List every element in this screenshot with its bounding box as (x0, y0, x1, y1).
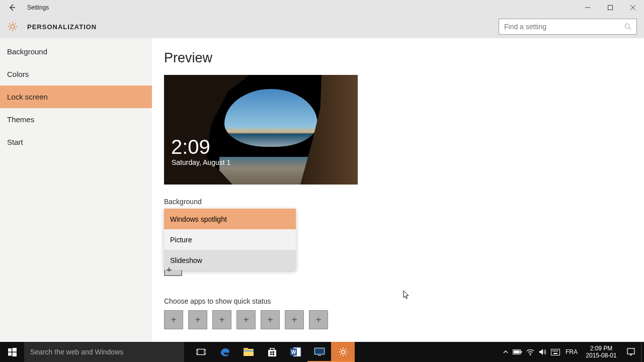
tray-language[interactable]: FRA (565, 348, 579, 355)
page-heading: Preview (164, 50, 632, 66)
taskbar-app-edge[interactable] (213, 342, 236, 362)
taskbar-app-settings[interactable] (331, 342, 355, 362)
taskbar-clock[interactable]: 2:09 PM 2015-08-01 (582, 342, 621, 362)
settings-body: Background Colors Lock screen Themes Sta… (0, 38, 644, 342)
keyboard-icon (551, 349, 560, 355)
quick-status-slot[interactable]: + (261, 310, 280, 329)
quick-status-slot[interactable]: + (188, 310, 207, 329)
close-button[interactable] (621, 0, 644, 15)
taskbar-search-placeholder: Search the web and Windows (30, 348, 123, 356)
quick-status-slot[interactable]: + (285, 310, 304, 329)
chevron-up-icon (503, 349, 508, 354)
quick-status-slot[interactable]: + (212, 310, 231, 329)
taskbar: Search the web and Windows W FRA 2:09 PM… (0, 342, 644, 362)
svg-rect-5 (8, 352, 12, 356)
search-box[interactable] (499, 19, 637, 35)
action-center-button[interactable] (621, 342, 641, 362)
search-icon (624, 23, 631, 30)
category-title: PERSONALIZATION (27, 23, 97, 31)
preview-sky (224, 89, 317, 147)
background-label: Background (164, 198, 632, 206)
quick-status-slot[interactable]: + (164, 310, 183, 329)
word-icon: W (290, 347, 301, 357)
svg-rect-17 (272, 353, 274, 355)
monitor-icon (314, 347, 325, 356)
title-bar: Settings (0, 0, 644, 15)
gear-icon (7, 21, 18, 32)
quick-status-slot[interactable]: + (309, 310, 328, 329)
svg-rect-24 (318, 355, 321, 356)
svg-rect-7 (197, 349, 205, 354)
sidebar-item-lock-screen[interactable]: Lock screen (0, 85, 152, 108)
show-desktop-button[interactable] (641, 342, 644, 362)
quick-status-tiles: + + + + + + + (164, 310, 632, 329)
sidebar-item-label: Background (7, 47, 47, 56)
taskbar-app-explorer[interactable] (236, 342, 260, 362)
search-input[interactable] (504, 23, 624, 31)
arrow-left-icon (8, 4, 16, 12)
quick-status-label: Choose apps to show quick status (164, 297, 632, 305)
window-controls (576, 0, 644, 15)
background-option-picture[interactable]: Picture (164, 229, 296, 250)
tray-volume[interactable] (539, 348, 546, 355)
battery-icon (513, 349, 522, 355)
windows-logo-icon (8, 348, 17, 356)
taskbar-app-word[interactable]: W (284, 342, 307, 362)
svg-rect-12 (244, 350, 254, 351)
start-button[interactable] (0, 342, 24, 362)
svg-rect-33 (555, 350, 556, 351)
svg-rect-34 (557, 350, 558, 351)
speaker-icon (539, 348, 546, 355)
taskbar-app-screenrec[interactable] (307, 342, 331, 362)
quick-status-slot[interactable]: + (236, 310, 256, 329)
background-option-spotlight[interactable]: Windows spotlight (164, 209, 296, 229)
lockscreen-preview: 2:09 Saturday, August 1 (164, 75, 358, 185)
svg-rect-6 (12, 352, 17, 356)
minimize-button[interactable] (576, 0, 599, 15)
svg-rect-32 (554, 350, 555, 351)
svg-rect-14 (270, 351, 272, 353)
clock-time: 2:09 PM (590, 345, 613, 352)
sidebar-item-label: Lock screen (7, 93, 48, 101)
main-pane: Preview 2:09 Saturday, August 1 Backgrou… (152, 38, 644, 342)
gear-white-icon (338, 347, 348, 357)
option-label: Picture (170, 236, 192, 244)
task-view-button[interactable] (189, 342, 213, 362)
sidebar-item-themes[interactable]: Themes (0, 108, 152, 131)
svg-rect-28 (514, 350, 520, 353)
background-dropdown[interactable]: Windows spotlight Picture Slideshow (164, 209, 296, 270)
svg-rect-31 (552, 350, 553, 351)
sidebar: Background Colors Lock screen Themes Sta… (0, 38, 152, 342)
taskbar-search[interactable]: Search the web and Windows (24, 342, 184, 362)
maximize-button[interactable] (599, 0, 621, 15)
sidebar-item-label: Themes (7, 115, 34, 124)
clock-date: 2015-08-01 (586, 352, 616, 359)
back-button[interactable] (5, 1, 19, 15)
svg-rect-11 (244, 348, 248, 350)
taskbar-app-store[interactable] (260, 342, 284, 362)
sidebar-item-label: Start (7, 138, 23, 146)
svg-rect-27 (521, 351, 522, 353)
sidebar-item-background[interactable]: Background (0, 40, 152, 63)
tray-wifi[interactable] (526, 349, 534, 355)
tray-keyboard[interactable] (551, 349, 560, 355)
svg-rect-0 (608, 6, 612, 10)
tray-battery[interactable] (513, 349, 522, 355)
svg-rect-23 (315, 349, 324, 353)
preview-date: Saturday, August 1 (172, 158, 230, 166)
svg-rect-10 (244, 349, 254, 356)
option-label: Slideshow (170, 256, 202, 264)
background-option-slideshow[interactable]: Slideshow (164, 250, 296, 270)
svg-point-1 (11, 25, 15, 29)
svg-text:W: W (291, 349, 296, 355)
system-tray: FRA (500, 342, 582, 362)
svg-point-29 (530, 354, 531, 355)
svg-point-25 (341, 350, 345, 354)
tray-overflow-button[interactable] (503, 349, 508, 354)
settings-header: PERSONALIZATION (0, 15, 644, 38)
svg-rect-36 (627, 348, 634, 354)
sidebar-item-colors[interactable]: Colors (0, 63, 152, 85)
sidebar-item-start[interactable]: Start (0, 131, 152, 153)
obscured-tile[interactable] (164, 270, 182, 276)
wifi-icon (526, 349, 534, 355)
